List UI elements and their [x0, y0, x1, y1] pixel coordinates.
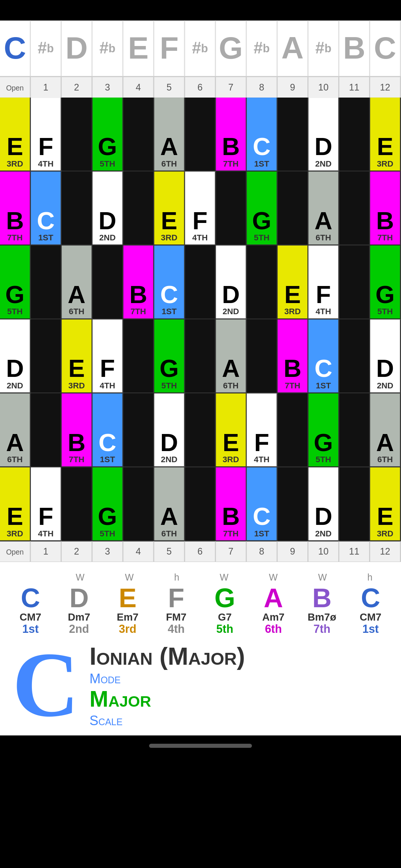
- fret-4-bottom: 4: [123, 541, 154, 562]
- fret-cell-s5-f10[interactable]: G5TH: [309, 394, 339, 467]
- fret-cell-s4-f11[interactable]: [339, 319, 370, 392]
- fret-2-bottom: 2: [62, 541, 92, 562]
- note-name-s2-f0: B: [6, 208, 24, 233]
- fret-cell-s3-f0[interactable]: G5TH: [0, 246, 31, 319]
- fret-cell-s4-f12[interactable]: D2ND: [370, 319, 401, 392]
- fret-cell-s4-f7[interactable]: A6TH: [216, 319, 247, 392]
- chord-item-2[interactable]: EEm73rd: [104, 585, 151, 635]
- note-name-s3-f5: C: [160, 283, 178, 307]
- fret-cell-s3-f2[interactable]: A6TH: [62, 246, 92, 319]
- fret-cell-s6-f6[interactable]: [185, 467, 216, 540]
- fret-cell-s2-f4[interactable]: [123, 171, 154, 244]
- fret-12-bottom: 12: [370, 541, 401, 562]
- chord-item-0[interactable]: CCM71st: [7, 585, 54, 635]
- fret-cell-s2-f9[interactable]: [278, 171, 309, 244]
- fret-cell-s5-f3[interactable]: C1ST: [92, 394, 123, 467]
- chord-letter-6: B: [312, 585, 332, 611]
- fret-cell-s1-f9[interactable]: [278, 98, 309, 171]
- chord-item-7[interactable]: CCM71st: [347, 585, 394, 635]
- fret-cell-s1-f3[interactable]: G5TH: [92, 98, 123, 171]
- fret-cell-s5-f0[interactable]: A6TH: [0, 394, 31, 467]
- fret-cell-s1-f7[interactable]: B7TH: [216, 98, 247, 171]
- fret-cell-s2-f5[interactable]: E3RD: [154, 171, 185, 244]
- fret-cell-s6-f9[interactable]: [278, 467, 309, 540]
- fret-cell-s2-f6[interactable]: F4TH: [185, 171, 216, 244]
- fret-cell-s6-f3[interactable]: G5TH: [92, 467, 123, 540]
- fret-cell-s2-f12[interactable]: B7TH: [370, 171, 401, 244]
- chord-item-3[interactable]: FFM74th: [153, 585, 200, 635]
- fret-cell-s3-f11[interactable]: [339, 246, 370, 319]
- chord-item-6[interactable]: BBm7ø7th: [298, 585, 345, 635]
- fret-cell-s4-f2[interactable]: E3RD: [62, 319, 92, 392]
- fret-cell-s3-f6[interactable]: [185, 246, 216, 319]
- fret-cell-s3-f5[interactable]: C1ST: [154, 246, 185, 319]
- fret-cell-s3-f1[interactable]: [31, 246, 62, 319]
- degree-s6-f7: 7TH: [223, 529, 239, 538]
- fret-cell-s3-f8[interactable]: [247, 246, 278, 319]
- fret-cell-s5-f12[interactable]: A6TH: [370, 394, 401, 467]
- fret-cell-s5-f11[interactable]: [339, 394, 370, 467]
- fret-cell-s1-f0[interactable]: E3RD: [0, 98, 31, 171]
- fret-cell-s3-f12[interactable]: G5TH: [370, 246, 401, 319]
- fret-cell-s2-f1[interactable]: C1ST: [31, 171, 62, 244]
- fret-cell-s6-f7[interactable]: B7TH: [216, 467, 247, 540]
- fret-cell-s5-f2[interactable]: B7TH: [62, 394, 92, 467]
- fret-cell-s3-f9[interactable]: E3RD: [278, 246, 309, 319]
- fret-cell-s3-f4[interactable]: B7TH: [123, 246, 154, 319]
- fret-cell-s6-f10[interactable]: D2ND: [309, 467, 339, 540]
- fret-cell-s3-f3[interactable]: [92, 246, 123, 319]
- scale-name[interactable]: Major: [89, 686, 245, 713]
- chord-item-5[interactable]: AAm76th: [250, 585, 297, 635]
- fret-cell-s5-f7[interactable]: E3RD: [216, 394, 247, 467]
- fret-cell-s4-f1[interactable]: [31, 319, 62, 392]
- fret-cell-s6-f1[interactable]: F4TH: [31, 467, 62, 540]
- chord-item-1[interactable]: DDm72nd: [55, 585, 102, 635]
- fret-cell-s6-f11[interactable]: [339, 467, 370, 540]
- fret-cell-s5-f1[interactable]: [31, 394, 62, 467]
- fret-cell-s5-f9[interactable]: [278, 394, 309, 467]
- fret-cell-s1-f10[interactable]: D2ND: [309, 98, 339, 171]
- fret-cell-s2-f10[interactable]: A6TH: [309, 171, 339, 244]
- fret-cell-s3-f7[interactable]: D2ND: [216, 246, 247, 319]
- fret-cell-s4-f6[interactable]: [185, 319, 216, 392]
- fret-cell-s5-f4[interactable]: [123, 394, 154, 467]
- fret-cell-s6-f0[interactable]: E3RD: [0, 467, 31, 540]
- fret-cell-s1-f11[interactable]: [339, 98, 370, 171]
- fret-cell-s6-f8[interactable]: C1ST: [247, 467, 278, 540]
- fret-cell-s2-f7[interactable]: [216, 171, 247, 244]
- fret-cell-s4-f0[interactable]: D2ND: [0, 319, 31, 392]
- mode-name[interactable]: Ionian (Major): [89, 642, 245, 671]
- fret-cell-s4-f10[interactable]: C1ST: [309, 319, 339, 392]
- fret-cell-s1-f6[interactable]: [185, 98, 216, 171]
- fret-cell-s4-f5[interactable]: G5TH: [154, 319, 185, 392]
- fret-cell-s4-f9[interactable]: B7TH: [278, 319, 309, 392]
- fret-cell-s4-f4[interactable]: [123, 319, 154, 392]
- fret-cell-s6-f2[interactable]: [62, 467, 92, 540]
- fret-cell-s2-f0[interactable]: B7TH: [0, 171, 31, 244]
- mode-section[interactable]: C Ionian (Major) Mode Major Scale: [4, 635, 397, 731]
- big-c-letter[interactable]: C: [12, 639, 79, 731]
- note-name-s3-f0: G: [5, 283, 25, 307]
- fret-cell-s2-f8[interactable]: G5TH: [247, 171, 278, 244]
- fret-cell-s2-f3[interactable]: D2ND: [92, 171, 123, 244]
- fret-cell-s4-f3[interactable]: F4TH: [92, 319, 123, 392]
- fret-cell-s1-f4[interactable]: [123, 98, 154, 171]
- fret-cell-s2-f11[interactable]: [339, 171, 370, 244]
- fret-cell-s1-f2[interactable]: [62, 98, 92, 171]
- fret-cell-s1-f5[interactable]: A6TH: [154, 98, 185, 171]
- fret-cell-s6-f5[interactable]: A6TH: [154, 467, 185, 540]
- fret-cell-s6-f12[interactable]: E3RD: [370, 467, 401, 540]
- fret-cell-s1-f12[interactable]: E3RD: [370, 98, 401, 171]
- fret-cell-s6-f4[interactable]: [123, 467, 154, 540]
- fret-cell-s1-f1[interactable]: F4TH: [31, 98, 62, 171]
- note-name-s3-f2: A: [68, 283, 85, 307]
- scale-label: Scale: [89, 713, 245, 729]
- fret-cell-s1-f8[interactable]: C1ST: [247, 98, 278, 171]
- chord-item-4[interactable]: GG75th: [201, 585, 248, 635]
- fret-cell-s3-f10[interactable]: F4TH: [309, 246, 339, 319]
- fret-cell-s5-f5[interactable]: D2ND: [154, 394, 185, 467]
- fret-cell-s5-f8[interactable]: F4TH: [247, 394, 278, 467]
- fret-cell-s4-f8[interactable]: [247, 319, 278, 392]
- fret-cell-s5-f6[interactable]: [185, 394, 216, 467]
- fret-cell-s2-f2[interactable]: [62, 171, 92, 244]
